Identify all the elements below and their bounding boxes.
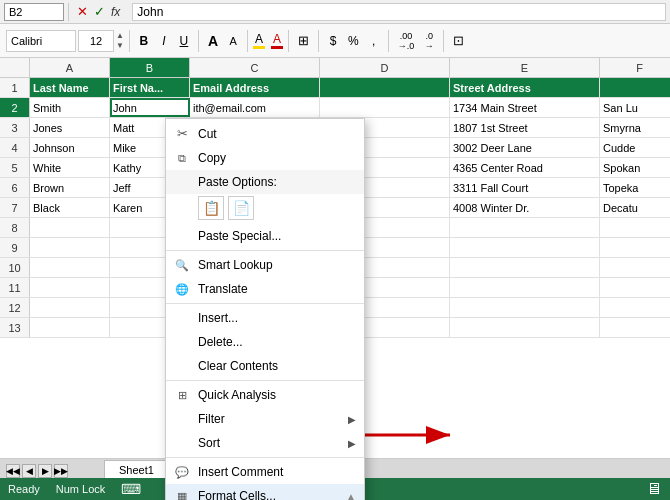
cell-f8[interactable]	[600, 218, 670, 237]
cell-f2[interactable]: San Lu	[600, 98, 670, 117]
context-menu-filter[interactable]: Filter ▶	[166, 407, 364, 431]
cell-e7[interactable]: 4008 Winter Dr.	[450, 198, 600, 217]
context-menu-copy[interactable]: ⧉ Copy	[166, 146, 364, 170]
col-header-f[interactable]: F	[600, 58, 670, 77]
cell-f5[interactable]: Spokan	[600, 158, 670, 177]
increase-font-icon[interactable]: ▲	[116, 31, 124, 41]
cell-e9[interactable]	[450, 238, 600, 257]
col-header-a[interactable]: A	[30, 58, 110, 77]
context-menu-paste-special[interactable]: Paste Special...	[166, 224, 364, 248]
cell-e4[interactable]: 3002 Deer Lane	[450, 138, 600, 157]
cell-e13[interactable]	[450, 318, 600, 337]
paste-icon-clipboard[interactable]: 📋	[198, 196, 224, 220]
percent-button[interactable]: %	[344, 30, 363, 52]
decrease-font-icon[interactable]: ▼	[116, 41, 124, 51]
formula-icons-group: ✕ ✓ fx	[73, 4, 128, 19]
borders-button[interactable]: ⊞	[294, 30, 313, 52]
cell-e5[interactable]: 4365 Center Road	[450, 158, 600, 177]
context-menu-clear-contents[interactable]: Clear Contents	[166, 354, 364, 378]
font-size-input[interactable]	[78, 30, 114, 52]
cell-f11[interactable]	[600, 278, 670, 297]
cell-f3[interactable]: Smyrna	[600, 118, 670, 137]
cell-d2[interactable]	[320, 98, 450, 117]
cell-b2[interactable]: John	[110, 98, 190, 117]
formula-input[interactable]	[132, 3, 666, 21]
cell-b1[interactable]: First Na...	[110, 78, 190, 97]
context-menu-translate[interactable]: 🌐 Translate	[166, 277, 364, 301]
decrease-decimal-button[interactable]: .0→	[420, 30, 438, 52]
cell-f1[interactable]	[600, 78, 670, 97]
col-header-e[interactable]: E	[450, 58, 600, 77]
cell-e8[interactable]	[450, 218, 600, 237]
cell-d1[interactable]	[320, 78, 450, 97]
cell-a4[interactable]: Johnson	[30, 138, 110, 157]
cell-a13[interactable]	[30, 318, 110, 337]
italic-button[interactable]: I	[155, 30, 173, 52]
cell-f4[interactable]: Cudde	[600, 138, 670, 157]
cell-a12[interactable]	[30, 298, 110, 317]
increase-decimal-button[interactable]: .00→.0	[394, 30, 419, 52]
decrease-font-size-button[interactable]: A	[224, 30, 242, 52]
cell-a8[interactable]	[30, 218, 110, 237]
context-menu-cut[interactable]: ✂ Cut	[166, 121, 364, 146]
dollar-button[interactable]: $	[324, 30, 342, 52]
cell-c2[interactable]: ith@email.com	[190, 98, 320, 117]
cell-e6[interactable]: 3311 Fall Court	[450, 178, 600, 197]
cell-e2[interactable]: 1734 Main Street	[450, 98, 600, 117]
confirm-formula-icon[interactable]: ✓	[94, 4, 105, 19]
context-menu-format-cells[interactable]: ▦ Format Cells... ▲	[166, 484, 364, 500]
cancel-formula-icon[interactable]: ✕	[77, 4, 88, 19]
cell-f10[interactable]	[600, 258, 670, 277]
cell-e3[interactable]: 1807 1st Street	[450, 118, 600, 137]
context-menu-smart-lookup[interactable]: 🔍 Smart Lookup	[166, 253, 364, 277]
cell-a2[interactable]: Smith	[30, 98, 110, 117]
cell-reference-box[interactable]: B2	[4, 3, 64, 21]
col-header-b[interactable]: B	[110, 58, 190, 77]
tab-prev-button[interactable]: ◀	[22, 464, 36, 478]
cell-a10[interactable]	[30, 258, 110, 277]
cell-a5[interactable]: White	[30, 158, 110, 177]
context-menu: ✂ Cut ⧉ Copy Paste Options: 📋 📄 Paste Sp…	[165, 118, 365, 500]
underline-button[interactable]: U	[175, 30, 193, 52]
cell-f12[interactable]	[600, 298, 670, 317]
cell-a7[interactable]: Black	[30, 198, 110, 217]
cell-f6[interactable]: Topeka	[600, 178, 670, 197]
col-header-d[interactable]: D	[320, 58, 450, 77]
context-menu-quick-analysis[interactable]: ⊞ Quick Analysis	[166, 383, 364, 407]
cell-f9[interactable]	[600, 238, 670, 257]
cell-c1[interactable]: Email Address	[190, 78, 320, 97]
col-header-c[interactable]: C	[190, 58, 320, 77]
cell-f7[interactable]: Decatu	[600, 198, 670, 217]
row-number-9: 9	[0, 238, 30, 257]
context-menu-insert-comment[interactable]: 💬 Insert Comment	[166, 460, 364, 484]
ready-status: Ready	[8, 483, 40, 495]
highlight-color-button[interactable]: A	[253, 32, 265, 49]
font-name-input[interactable]	[6, 30, 76, 52]
context-menu-insert[interactable]: Insert...	[166, 306, 364, 330]
menu-sep-3	[166, 380, 364, 381]
paste-icon-format[interactable]: 📄	[228, 196, 254, 220]
cell-a3[interactable]: Jones	[30, 118, 110, 137]
bold-button[interactable]: B	[135, 30, 153, 52]
cell-a9[interactable]	[30, 238, 110, 257]
cell-e1[interactable]: Street Address	[450, 78, 600, 97]
sheet-tab-sheet1[interactable]: Sheet1	[104, 460, 169, 478]
cell-e11[interactable]	[450, 278, 600, 297]
tab-next-button[interactable]: ▶	[38, 464, 52, 478]
increase-font-size-button[interactable]: A	[204, 30, 222, 52]
font-color-button[interactable]: A	[271, 32, 283, 49]
cell-f13[interactable]	[600, 318, 670, 337]
tab-first-button[interactable]: ◀◀	[6, 464, 20, 478]
context-menu-delete[interactable]: Delete...	[166, 330, 364, 354]
cell-e12[interactable]	[450, 298, 600, 317]
comma-button[interactable]: ,	[365, 30, 383, 52]
paste-icon-group: 📋 📄	[198, 196, 254, 220]
cell-a11[interactable]	[30, 278, 110, 297]
formula-bar-separator	[68, 3, 69, 21]
table-format-button[interactable]: ⊡	[449, 30, 468, 52]
tab-last-button[interactable]: ▶▶	[54, 464, 68, 478]
context-menu-sort[interactable]: Sort ▶	[166, 431, 364, 455]
cell-a6[interactable]: Brown	[30, 178, 110, 197]
cell-a1[interactable]: Last Name	[30, 78, 110, 97]
cell-e10[interactable]	[450, 258, 600, 277]
